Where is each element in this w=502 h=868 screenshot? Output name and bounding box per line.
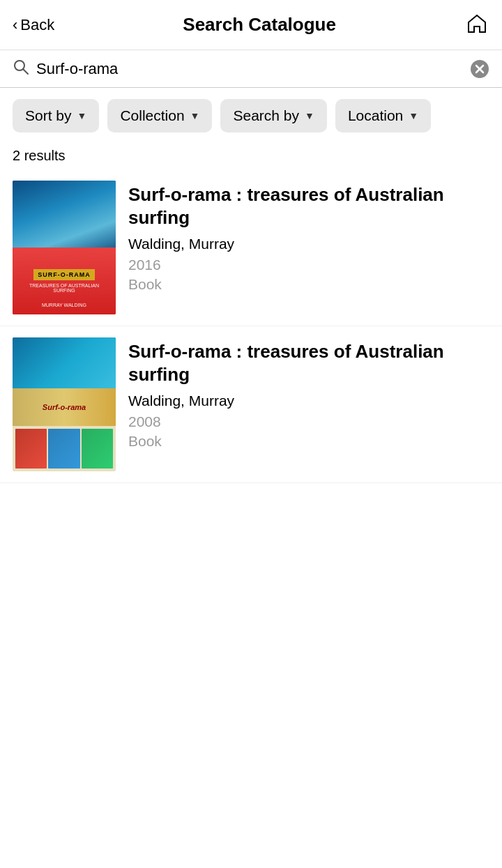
result-title-1: Surf-o-rama : treasures of Australian su… (128, 183, 489, 229)
search-bar (0, 50, 502, 88)
clear-search-button[interactable] (470, 59, 489, 79)
home-button[interactable] (464, 11, 489, 39)
back-label: Back (20, 16, 54, 34)
result-author-1: Walding, Murray (128, 236, 489, 252)
result-item[interactable]: SURF-O-RAMA TREASURES OF AUSTRALIAN SURF… (0, 169, 502, 326)
search-by-button[interactable]: Search by ▼ (220, 99, 326, 132)
result-cover-1: SURF-O-RAMA TREASURES OF AUSTRALIAN SURF… (13, 181, 116, 314)
sort-by-button[interactable]: Sort by ▼ (13, 99, 99, 132)
result-year-2: 2008 (128, 413, 489, 430)
sort-by-chevron-icon: ▼ (77, 110, 87, 121)
result-type-1: Book (128, 276, 489, 293)
result-type-2: Book (128, 433, 489, 450)
location-button[interactable]: Location ▼ (335, 99, 431, 132)
back-button[interactable]: ‹ Back (13, 16, 54, 34)
location-label: Location (348, 107, 403, 124)
sort-by-label: Sort by (25, 107, 72, 124)
svg-line-1 (24, 70, 29, 75)
result-info-2: Surf-o-rama : treasures of Australian su… (128, 337, 489, 450)
location-chevron-icon: ▼ (409, 110, 418, 121)
search-by-label: Search by (233, 107, 299, 124)
search-icon (13, 59, 29, 79)
result-cover-2: Surf-o-rama (13, 337, 116, 471)
search-by-chevron-icon: ▼ (305, 110, 314, 121)
collection-button[interactable]: Collection ▼ (107, 99, 212, 132)
search-input[interactable] (36, 60, 463, 78)
result-year-1: 2016 (128, 257, 489, 273)
collection-chevron-icon: ▼ (190, 110, 200, 121)
back-chevron-icon: ‹ (13, 16, 17, 34)
collection-label: Collection (120, 107, 184, 124)
filter-row: Sort by ▼ Collection ▼ Search by ▼ Locat… (0, 88, 502, 139)
app-header: ‹ Back Search Catalogue (0, 0, 502, 50)
page-title: Search Catalogue (183, 14, 336, 36)
result-info-1: Surf-o-rama : treasures of Australian su… (128, 181, 489, 293)
result-author-2: Walding, Murray (128, 393, 489, 409)
home-icon (464, 11, 489, 36)
result-item[interactable]: Surf-o-rama Surf-o-rama : treasures of A… (0, 326, 502, 483)
result-title-2: Surf-o-rama : treasures of Australian su… (128, 340, 489, 386)
results-count: 2 results (0, 139, 502, 169)
